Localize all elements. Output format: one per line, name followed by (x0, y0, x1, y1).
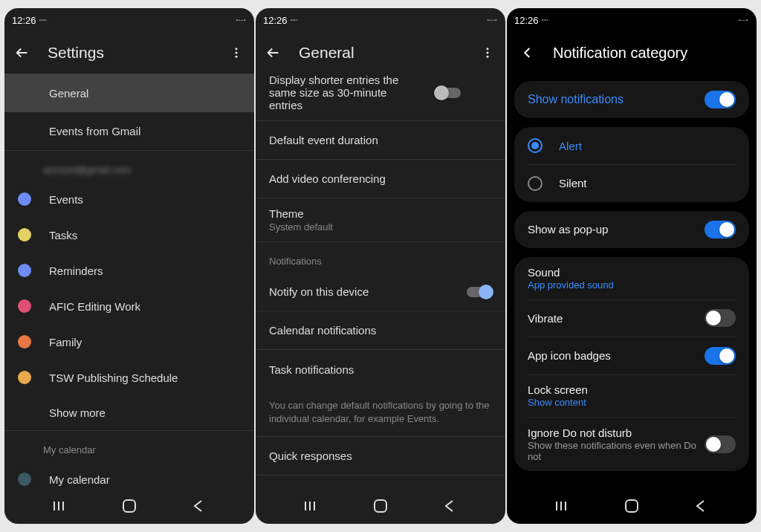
radio-icon-on (528, 138, 543, 153)
toggle-ignore-dnd[interactable] (705, 435, 736, 453)
svg-point-34 (487, 52, 489, 54)
row-ignore-dnd[interactable]: Ignore Do not disturb Show these notific… (514, 418, 749, 471)
svg-rect-12 (245, 19, 245, 20)
item-video-conf[interactable]: Add video conferencing (256, 160, 505, 198)
list-item-events-gmail[interactable]: Events from Gmail (4, 112, 254, 151)
toggle-notify-device[interactable] (467, 287, 492, 297)
svg-point-15 (236, 56, 238, 58)
statusbar: 12:26 4G (507, 8, 757, 32)
item-default-duration[interactable]: Default event duration (256, 121, 505, 160)
status-time: 12:26 (263, 15, 288, 26)
calendar-item-tsw[interactable]: TSW Publishing Schedule (4, 360, 254, 395)
page-title: Settings (48, 44, 211, 62)
item-theme[interactable]: Theme System default (256, 198, 505, 242)
nav-home[interactable] (621, 496, 642, 516)
screen-general: 12:26 4G General Display shorter entries… (256, 8, 505, 524)
more-icon[interactable] (479, 44, 496, 62)
item-quick-responses[interactable]: Quick responses (256, 437, 505, 476)
svg-rect-0 (39, 19, 40, 20)
color-dot (18, 335, 31, 348)
item-task-notifications[interactable]: Task notifications (256, 350, 505, 389)
back-button[interactable] (13, 44, 31, 62)
navbar (256, 488, 505, 524)
nav-back[interactable] (438, 496, 459, 516)
color-dot (18, 228, 31, 241)
svg-rect-6 (236, 19, 237, 20)
calendar-item-mycal[interactable]: My calendar (4, 461, 254, 488)
status-time: 12:26 (12, 15, 36, 26)
item-calendar-notifications[interactable]: Calendar notifications (256, 311, 505, 350)
nav-home[interactable] (119, 496, 140, 516)
page-title: General (299, 44, 462, 62)
nav-back[interactable] (690, 496, 710, 516)
nav-recents[interactable] (302, 496, 323, 516)
svg-rect-56 (626, 500, 638, 512)
calendar-item-family[interactable]: Family (4, 324, 254, 360)
svg-rect-52 (747, 19, 748, 20)
svg-rect-24 (295, 20, 296, 21)
svg-rect-4 (44, 20, 45, 21)
color-dot (18, 264, 31, 277)
item-notify-device[interactable]: Notify on this device (256, 273, 505, 311)
svg-point-21 (291, 19, 292, 20)
general-list: Display shorter entries the same size as… (256, 74, 505, 488)
titlebar: Notification category (507, 32, 757, 74)
statusbar: 12:26 4G (256, 8, 505, 32)
calendar-item-reminders[interactable]: Reminders (4, 253, 254, 288)
row-lockscreen[interactable]: Lock screen Show content (514, 374, 749, 417)
screen-settings: 12:26 4G Settings General Events from Gm… (4, 8, 254, 524)
titlebar: Settings (4, 32, 254, 74)
nav-recents[interactable] (51, 496, 71, 516)
radio-icon-off (528, 176, 543, 191)
toggle-vibrate[interactable] (705, 309, 736, 327)
show-more[interactable]: Show more (4, 395, 254, 431)
svg-rect-39 (375, 500, 386, 512)
svg-rect-40 (542, 19, 543, 20)
row-badges[interactable]: App icon badges (514, 337, 749, 374)
nav-home[interactable] (370, 496, 391, 516)
svg-point-13 (236, 48, 238, 50)
svg-rect-2 (42, 19, 42, 20)
toggle-badges[interactable] (705, 347, 736, 365)
row-sound[interactable]: Sound App provided sound (514, 257, 749, 299)
calendar-item-events[interactable]: Events (4, 181, 254, 217)
row-vibrate[interactable]: Vibrate (514, 299, 749, 337)
svg-point-35 (487, 56, 489, 58)
item-display-shorter[interactable]: Display shorter entries the same size as… (256, 74, 505, 121)
status-indicators: 4G (236, 15, 247, 25)
radio-silent[interactable]: Silent (514, 165, 749, 202)
toggle-show-notifications[interactable] (705, 91, 736, 108)
toggle-display-shorter[interactable] (435, 88, 461, 98)
svg-rect-26 (488, 19, 488, 20)
back-button[interactable] (265, 44, 282, 62)
account-header: account@gmail.com (4, 151, 254, 181)
toggle-popup[interactable] (705, 221, 736, 239)
svg-rect-44 (546, 20, 547, 21)
calendar-item-afic[interactable]: AFIC Editing Work (4, 288, 254, 324)
navbar (507, 488, 757, 524)
calendar-item-tasks[interactable]: Tasks (4, 217, 254, 253)
nav-back[interactable] (187, 496, 208, 516)
status-app-icons (542, 15, 552, 25)
svg-point-41 (543, 19, 543, 20)
color-dot (18, 371, 31, 384)
svg-point-43 (545, 19, 546, 20)
more-icon[interactable] (227, 44, 245, 62)
svg-point-23 (294, 19, 295, 20)
color-dot (18, 299, 31, 313)
screen-notification-category: 12:26 4G Notification category Show noti… (507, 8, 757, 524)
list-item-general[interactable]: General (4, 74, 254, 112)
card-popup: Show as pop-up (514, 211, 749, 248)
notifications-header: Notifications (256, 242, 505, 273)
svg-rect-19 (123, 500, 135, 512)
svg-text:4G: 4G (241, 20, 242, 21)
titlebar: General (256, 32, 505, 74)
navbar (4, 488, 254, 524)
row-show-notifications[interactable]: Show notifications (514, 81, 749, 118)
radio-alert[interactable]: Alert (514, 127, 749, 164)
nav-recents[interactable] (553, 496, 574, 516)
back-button[interactable] (519, 44, 537, 62)
card-alert-mode: Alert Silent (514, 127, 749, 202)
row-popup[interactable]: Show as pop-up (514, 211, 749, 248)
svg-rect-42 (544, 19, 545, 20)
